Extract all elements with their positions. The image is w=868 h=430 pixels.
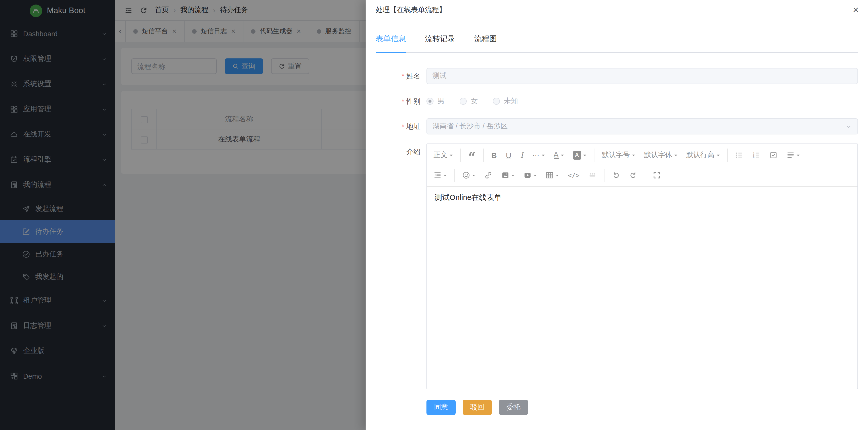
insert-table-dropdown[interactable] xyxy=(541,168,563,182)
emoji-dropdown[interactable] xyxy=(458,168,480,182)
paragraph-style-dropdown[interactable]: 正文 xyxy=(429,148,457,162)
font-color-icon: A xyxy=(553,151,558,159)
toolbar-divider xyxy=(483,148,484,162)
toolbar-divider xyxy=(460,148,461,162)
toolbar-divider xyxy=(454,169,455,182)
name-field[interactable] xyxy=(427,68,858,84)
caret-down-icon xyxy=(632,154,635,157)
image-icon xyxy=(501,171,509,179)
radio-dot-icon xyxy=(493,98,500,105)
gender-label: 性别 xyxy=(376,93,427,109)
form-row-name: 姓名 xyxy=(376,68,858,84)
indent-dropdown[interactable] xyxy=(429,168,451,182)
reject-button[interactable]: 驳回 xyxy=(463,400,492,415)
bold-button[interactable]: B xyxy=(487,148,501,162)
underline-button[interactable]: U xyxy=(501,148,516,162)
caret-down-icon xyxy=(443,175,446,178)
link-icon xyxy=(484,171,492,179)
todo-list-button[interactable] xyxy=(765,148,782,162)
undo-icon xyxy=(612,171,620,179)
intro-label: 介绍 xyxy=(376,143,427,160)
more-styles-dropdown[interactable]: ⋯ xyxy=(528,148,549,162)
gender-radio-group: 男 女 未知 xyxy=(427,93,858,109)
horizontal-rule-icon xyxy=(589,171,597,179)
address-label: 地址 xyxy=(376,118,427,135)
drawer-actions: 同意 驳回 委托 xyxy=(427,400,858,415)
toolbar-divider xyxy=(594,148,594,162)
blockquote-button[interactable]: “ xyxy=(464,148,480,162)
tab-flow-records[interactable]: 流转记录 xyxy=(425,34,455,52)
gender-radio-unknown[interactable]: 未知 xyxy=(493,97,518,106)
close-icon[interactable]: ✕ xyxy=(852,6,859,13)
ordered-list-button[interactable]: 123 xyxy=(748,148,765,162)
caret-down-icon xyxy=(541,154,545,157)
caret-down-icon xyxy=(512,175,515,178)
caret-down-icon xyxy=(534,175,536,178)
form-row-address: 地址 湖南省 / 长沙市 / 岳麓区 xyxy=(376,118,858,135)
bullet-list-button[interactable] xyxy=(731,148,748,162)
background-color-dropdown[interactable]: A xyxy=(568,148,591,162)
font-color-dropdown[interactable]: A xyxy=(549,148,568,162)
name-label: 姓名 xyxy=(376,68,427,84)
rich-text-editor: 正文 “ B U I xyxy=(427,143,858,389)
code-block-button[interactable]: </> xyxy=(563,168,584,182)
insert-link-button[interactable] xyxy=(480,168,497,182)
svg-text:3: 3 xyxy=(753,156,754,159)
quote-icon: “ xyxy=(468,151,476,159)
agree-button[interactable]: 同意 xyxy=(427,400,456,415)
indent-icon xyxy=(434,171,441,179)
chevron-down-icon xyxy=(845,123,852,130)
editor-content[interactable]: 测试Online在线表单 xyxy=(427,187,858,389)
line-height-dropdown[interactable]: 默认行高 xyxy=(682,148,724,162)
caret-down-icon xyxy=(583,154,586,157)
font-size-dropdown[interactable]: 默认字号 xyxy=(597,148,640,162)
caret-down-icon xyxy=(560,154,563,157)
caret-down-icon xyxy=(796,154,799,157)
redo-button[interactable] xyxy=(625,168,642,182)
drawer-body: 表单信息 流转记录 流程图 姓名 性别 男 xyxy=(366,20,868,415)
radio-dot-icon xyxy=(460,98,467,105)
editor-toolbar: 正文 “ B U I xyxy=(427,144,858,187)
fullscreen-button[interactable] xyxy=(649,168,665,182)
editor-toolbar-row-2: </> xyxy=(429,165,856,185)
toolbar-divider xyxy=(645,169,646,182)
delegate-button[interactable]: 委托 xyxy=(499,400,528,415)
address-cascader[interactable]: 湖南省 / 长沙市 / 岳麓区 xyxy=(427,118,858,135)
caret-down-icon xyxy=(716,154,719,157)
insert-video-dropdown[interactable] xyxy=(519,168,541,182)
tab-flow-diagram[interactable]: 流程图 xyxy=(474,34,497,52)
radio-dot-icon xyxy=(427,98,434,105)
gender-radio-female[interactable]: 女 xyxy=(460,97,478,106)
insert-divider-button[interactable] xyxy=(584,168,601,182)
process-form: 姓名 性别 男 女 xyxy=(376,68,858,415)
tab-form-info[interactable]: 表单信息 xyxy=(376,34,406,52)
editor-toolbar-row-1: 正文 “ B U I xyxy=(429,145,856,165)
drawer-header: 处理【在线表单流程】 ✕ xyxy=(366,0,868,20)
caret-down-icon xyxy=(556,175,559,178)
emoji-icon xyxy=(462,171,470,179)
italic-button[interactable]: I xyxy=(516,148,528,162)
app-root: Maku Boot Dashboard 权限管理 系统设置 应用管理 xyxy=(0,0,868,430)
caret-down-icon xyxy=(674,154,677,157)
caret-down-icon xyxy=(472,175,475,178)
bullet-list-icon xyxy=(735,151,743,159)
font-family-dropdown[interactable]: 默认字体 xyxy=(640,148,682,162)
align-dropdown[interactable] xyxy=(782,148,804,162)
video-icon xyxy=(524,171,532,179)
bg-color-icon: A xyxy=(572,151,581,160)
redo-icon xyxy=(629,171,638,179)
undo-button[interactable] xyxy=(608,168,625,182)
ordered-list-icon: 123 xyxy=(752,151,760,159)
toolbar-divider xyxy=(727,148,727,162)
more-icon: ⋯ xyxy=(532,151,539,159)
table-icon xyxy=(546,171,554,179)
align-icon xyxy=(786,151,794,159)
drawer-tabs: 表单信息 流转记录 流程图 xyxy=(376,20,858,53)
caret-down-icon xyxy=(450,154,453,157)
form-row-gender: 性别 男 女 未知 xyxy=(376,93,858,109)
process-drawer: 处理【在线表单流程】 ✕ 表单信息 流转记录 流程图 姓名 性别 xyxy=(366,0,868,430)
drawer-title: 处理【在线表单流程】 xyxy=(376,5,446,15)
gender-radio-male[interactable]: 男 xyxy=(427,97,444,106)
form-row-intro: 介绍 正文 “ xyxy=(376,143,858,389)
insert-image-dropdown[interactable] xyxy=(497,168,519,182)
